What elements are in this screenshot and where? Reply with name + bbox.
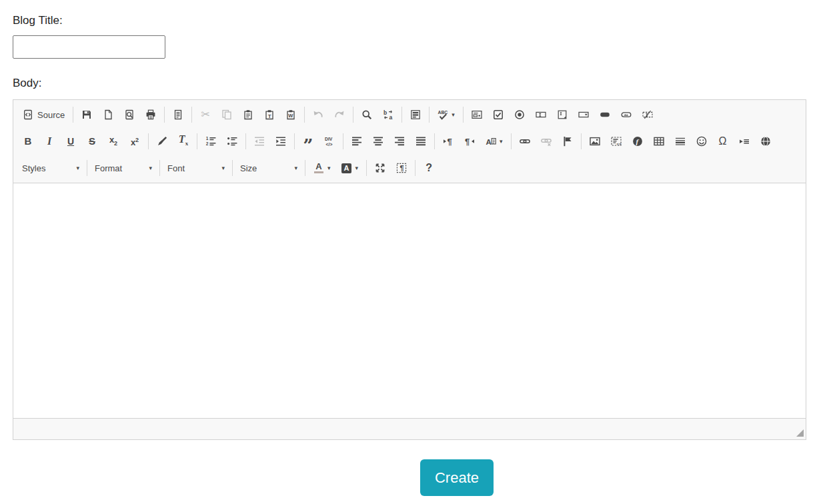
toolbar-separator: [73, 107, 73, 123]
toolbar-separator: [294, 133, 295, 149]
chevron-down-icon: ▾: [452, 112, 455, 118]
textarea-button[interactable]: [552, 105, 573, 125]
bulleted-list-button[interactable]: [221, 131, 243, 151]
strikethrough-button[interactable]: S: [81, 131, 103, 151]
svg-text:¶: ¶: [447, 137, 452, 147]
align-justify-button[interactable]: [410, 131, 432, 151]
styles-combo[interactable]: Styles▾: [17, 158, 84, 178]
remove-format-button[interactable]: Tx: [173, 131, 194, 151]
size-combo[interactable]: Size▾: [235, 158, 302, 178]
svg-text:DIV: DIV: [325, 137, 333, 141]
image-button-icon: [621, 109, 632, 120]
replace-icon: ba: [383, 109, 393, 120]
language-button[interactable]: A▾: [480, 131, 508, 151]
save-button[interactable]: [76, 105, 97, 125]
hidden-field-button[interactable]: [637, 105, 658, 125]
source-button[interactable]: Source: [17, 105, 70, 125]
toolbar-separator: [511, 133, 512, 149]
align-center-button[interactable]: [367, 131, 389, 151]
numbered-list-button[interactable]: 12: [200, 131, 221, 151]
chevron-down-icon: ▾: [221, 165, 225, 171]
image-button-button[interactable]: [616, 105, 637, 125]
iframe-button[interactable]: [755, 131, 776, 151]
paste-text-button[interactable]: T: [259, 105, 280, 125]
text-direction-rtl-button[interactable]: ¶: [459, 131, 480, 151]
svg-text:2: 2: [206, 141, 209, 146]
about-button[interactable]: ?: [418, 158, 440, 178]
blog-title-input[interactable]: [13, 35, 165, 59]
flash-button[interactable]: f: [627, 131, 648, 151]
align-left-button[interactable]: [346, 131, 367, 151]
smiley-button[interactable]: [691, 131, 712, 151]
toolbar-separator: [232, 160, 233, 176]
spell-check-button[interactable]: ABC▾: [432, 105, 460, 125]
numbered-list-icon: 12: [205, 136, 216, 147]
superscript-icon: x2: [129, 136, 140, 147]
page-break-button[interactable]: [734, 131, 755, 151]
select-field-icon: [578, 109, 589, 120]
font-combo[interactable]: Font▾: [163, 158, 229, 178]
blockquote-icon: ”: [303, 136, 313, 147]
svg-text:<>: <>: [616, 142, 622, 146]
paste-from-word-button[interactable]: W: [280, 105, 301, 125]
toolbar-separator: [429, 107, 430, 123]
create-button[interactable]: Create: [420, 459, 494, 496]
special-char-icon: Ω: [718, 136, 728, 147]
bidi-rtl-icon: ¶: [464, 136, 475, 147]
table-button[interactable]: [648, 131, 670, 151]
undo-button: [307, 105, 329, 125]
editor-content-area[interactable]: [13, 183, 806, 418]
horizontal-rule-button[interactable]: [670, 131, 691, 151]
editor-bottom-bar: [13, 418, 806, 439]
toolbar-separator: [434, 133, 435, 149]
new-page-button[interactable]: [97, 105, 119, 125]
text-direction-ltr-button[interactable]: ¶: [438, 131, 459, 151]
bold-button[interactable]: B: [17, 131, 39, 151]
show-blocks-button[interactable]: ¶: [391, 158, 412, 178]
iframe-icon: [760, 136, 771, 147]
toolbar-separator: [159, 160, 160, 176]
resize-handle-icon[interactable]: [796, 429, 804, 437]
templates-button[interactable]: [167, 105, 189, 125]
replace-button[interactable]: ba: [377, 105, 399, 125]
anchor-button[interactable]: [557, 131, 578, 151]
selection-field-button[interactable]: [573, 105, 594, 125]
copy-formatting-button[interactable]: [151, 131, 173, 151]
increase-indent-button[interactable]: [270, 131, 291, 151]
subscript-button[interactable]: x2: [103, 131, 124, 151]
blog-title-label: Blog Title:: [13, 13, 816, 27]
blockquote-button[interactable]: ”: [297, 131, 319, 151]
text-field-button[interactable]: [530, 105, 552, 125]
radio-button-button[interactable]: [509, 105, 530, 125]
text-color-button[interactable]: A▾: [308, 158, 336, 178]
find-icon: [361, 109, 372, 120]
div-container-button[interactable]: DIV</>: [319, 131, 340, 151]
maximize-button[interactable]: [369, 158, 391, 178]
code-snippet-button[interactable]: <>: [606, 131, 627, 151]
background-color-button[interactable]: A▾: [336, 158, 364, 178]
preview-button[interactable]: [119, 105, 140, 125]
find-button[interactable]: [356, 105, 377, 125]
select-all-button[interactable]: [405, 105, 426, 125]
print-button[interactable]: [140, 105, 161, 125]
paste-button[interactable]: [237, 105, 259, 125]
form-button[interactable]: [466, 105, 488, 125]
checkbox-button[interactable]: [488, 105, 509, 125]
superscript-button[interactable]: x2: [124, 131, 145, 151]
remove-format-icon: Tx: [178, 136, 189, 147]
paste-icon: [243, 109, 253, 120]
italic-button[interactable]: I: [39, 131, 60, 151]
smiley-icon: [696, 136, 707, 147]
image-button[interactable]: [584, 131, 606, 151]
toolbar-row-2: BIUSx2x2Tx12”DIV</>¶¶A▾<>fΩ: [17, 128, 802, 155]
indent-icon: [275, 136, 286, 147]
link-button[interactable]: [514, 131, 536, 151]
underline-button[interactable]: U: [60, 131, 81, 151]
decrease-indent-button: [249, 131, 270, 151]
align-left-icon: [351, 136, 362, 147]
svg-text:W: W: [288, 113, 293, 119]
button-button[interactable]: [594, 105, 616, 125]
align-right-button[interactable]: [389, 131, 410, 151]
format-combo[interactable]: Format▾: [90, 158, 157, 178]
special-character-button[interactable]: Ω: [712, 131, 734, 151]
